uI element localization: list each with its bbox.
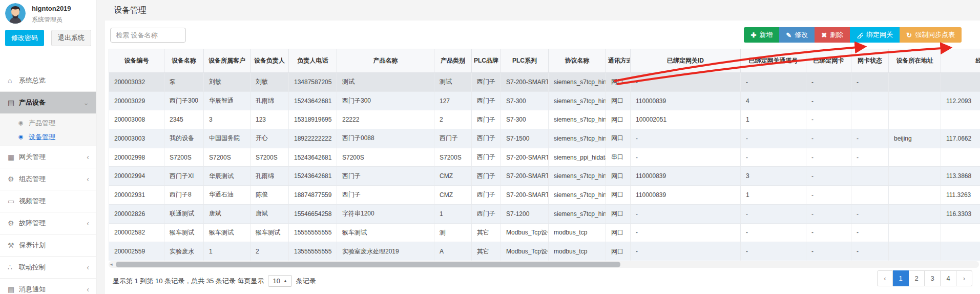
user-role: 系统管理员 [32, 15, 71, 24]
column-header: 设备名称 [164, 49, 204, 73]
table-cell: 113.3868 [941, 167, 980, 186]
sidebar-item-config-mgmt[interactable]: ⚙组态管理‹ [0, 168, 96, 190]
table-row[interactable]: 200003003我的设备中国国务院开心18922222222西门子0088西门… [109, 129, 980, 148]
table-cell: 200002931 [109, 186, 164, 205]
table-cell: - [851, 73, 889, 92]
table-row[interactable]: 200002998S7200SS7200SS7200S15243642681S7… [109, 148, 980, 167]
table-row[interactable]: 2000030082345312315318919695222222西门子S7-… [109, 110, 980, 129]
table-cell: siemens_s7tcp_hinet [549, 167, 606, 186]
sidebar-item-message-notify[interactable]: ▤消息通知‹ [0, 279, 96, 294]
pagination-summary: 显示第 1 到第 10 条记录，总共 35 条记录 每页显示 10 ▲ 条记录 [113, 275, 316, 287]
table-row[interactable]: 200003029西门子300华辰智通孔雨绵15243642681西门子3001… [109, 91, 980, 110]
refresh-icon: ↻ [906, 31, 912, 39]
table-cell: - [806, 148, 851, 167]
table-cell: - [631, 204, 741, 223]
table-cell: S7-200-SMART [501, 148, 549, 167]
table-cell: 2345 [164, 110, 204, 129]
table-cell: 200002559 [109, 242, 164, 261]
table-cell [851, 110, 889, 129]
bind-gateway-button[interactable]: 绑定网关 [850, 27, 900, 43]
page-1-button[interactable]: 1 [893, 270, 909, 286]
delete-button[interactable]: ✖删除 [815, 27, 850, 43]
force-sync-button[interactable]: ↻强制同步点表 [900, 27, 962, 43]
table-row[interactable]: 200002826联通测试唐斌唐斌15546654258字符串12001西门子S… [109, 204, 980, 223]
pagination-bar: 显示第 1 到第 10 条记录，总共 35 条记录 每页显示 10 ▲ 条记录 … [113, 270, 972, 289]
table-cell: 网口 [606, 242, 631, 261]
column-header: 负责人电话 [289, 49, 337, 73]
table-cell: Modbus_Tcp设备 [501, 242, 549, 261]
pencil-icon: ✎ [786, 31, 791, 39]
search-input[interactable] [110, 28, 186, 43]
sidebar-item-gateway-mgmt[interactable]: ▦网关管理‹ [0, 146, 96, 168]
page-size-select[interactable]: 10 ▲ [268, 275, 291, 287]
page-3-button[interactable]: 3 [925, 270, 941, 286]
table-cell: 陈俊 [251, 186, 289, 205]
page-2-button[interactable]: 2 [909, 270, 925, 286]
table-cell: 22222 [337, 110, 434, 129]
table-cell [941, 242, 980, 261]
sidebar-item-video-mgmt[interactable]: ▭视频管理 [0, 190, 96, 212]
table-cell [889, 167, 941, 186]
table-row[interactable]: 200002931西门子8华通石油陈俊18874877559西门子CMZ西门子S… [109, 186, 980, 205]
table-cell: 西门子 [472, 129, 501, 148]
column-header: 经度 [941, 49, 980, 73]
user-block: hignton2019 系统管理员 [5, 3, 71, 24]
table-cell: Modbus_Tcp设备 [501, 223, 549, 242]
sidebar-item-device-mgmt[interactable]: ◉设备管理 [0, 130, 96, 144]
scrollbar-thumb[interactable] [116, 262, 620, 267]
table-cell: 200002998 [109, 148, 164, 167]
table-cell: 111.3263 [941, 186, 980, 205]
sidebar-item-product-mgmt[interactable]: ◉产品管理 [0, 116, 96, 130]
sidebar-item-system-overview[interactable]: ⌂系统总览 [0, 70, 96, 92]
table-cell: 200002582 [109, 223, 164, 242]
table-cell: 西门子 [472, 73, 501, 92]
table-cell: 15318919695 [289, 110, 337, 129]
table-cell: - [806, 223, 851, 242]
change-password-button[interactable]: 修改密码 [5, 30, 44, 46]
page-next-button[interactable]: › [956, 270, 972, 286]
column-header: PLC系列 [501, 49, 549, 73]
table-cell: 15243642681 [289, 148, 337, 167]
page-title: 设备管理 [114, 5, 147, 16]
table-cell: 3 [741, 167, 806, 186]
chevron-down-icon: ⌄ [83, 99, 89, 106]
table-cell: 西门子 [472, 167, 501, 186]
page-4-button[interactable]: 4 [941, 270, 956, 286]
table-cell: 猴车测试 [251, 223, 289, 242]
table-cell: 西门子0088 [337, 129, 434, 148]
avatar [5, 3, 26, 24]
table-cell: 开心 [251, 129, 289, 148]
table-cell: - [851, 242, 889, 261]
horizontal-scrollbar[interactable]: ◂ [109, 261, 979, 268]
sidebar-item-maintenance-plan[interactable]: ⚒保养计划 [0, 234, 96, 257]
table-row[interactable]: 200003032泵刘敏刘敏13487587205测试测试西门子S7-200-S… [109, 73, 980, 92]
page-prev-button[interactable]: ‹ [877, 270, 893, 286]
plus-icon: ✚ [750, 31, 756, 39]
sidebar-item-fault-mgmt[interactable]: ⚙故障管理‹ [0, 212, 96, 234]
device-table-wrap: 设备编号设备名称设备所属客户设备负责人负责人电话产品名称产品类别PLC品牌PLC… [109, 49, 980, 261]
edit-button[interactable]: ✎修改 [779, 27, 815, 43]
table-row[interactable]: 200002582猴车测试猴车测试猴车测试15555555555猴车测试测其它M… [109, 223, 980, 242]
add-button[interactable]: ✚新增 [744, 27, 779, 43]
gateway-icon: ▦ [8, 153, 19, 161]
table-cell [851, 91, 889, 110]
logout-button[interactable]: 退出系统 [51, 30, 91, 46]
table-cell: 孔雨绵 [251, 91, 289, 110]
table-cell: 字符串1200 [337, 204, 434, 223]
sidebar-item-product-devices[interactable]: ▤产品设备⌄ [0, 92, 96, 114]
table-cell: 西门子300 [164, 91, 204, 110]
scroll-left-icon[interactable]: ◂ [110, 261, 113, 268]
table-cell: siemens_s7tcp_hinet [549, 186, 606, 205]
table-cell: 15243642681 [289, 167, 337, 186]
table-cell [889, 73, 941, 92]
sidebar-item-linkage-control[interactable]: ∴联动控制‹ [0, 257, 96, 279]
table-cell [851, 186, 889, 205]
table-row[interactable]: 200002559实验废水1213555555555实验室废水处理2019A其它… [109, 242, 980, 261]
table-cell: 西门子 [472, 204, 501, 223]
table-row[interactable]: 200002994西门子XI华辰测试孔雨绵15243642681西门子CMZ西门… [109, 167, 980, 186]
table-cell: 110000839 [631, 91, 741, 110]
chevron-left-icon: ‹ [87, 153, 89, 161]
chevron-left-icon: ‹ [87, 175, 89, 183]
table-cell: 110000839 [631, 167, 741, 186]
table-cell: 网口 [606, 167, 631, 186]
